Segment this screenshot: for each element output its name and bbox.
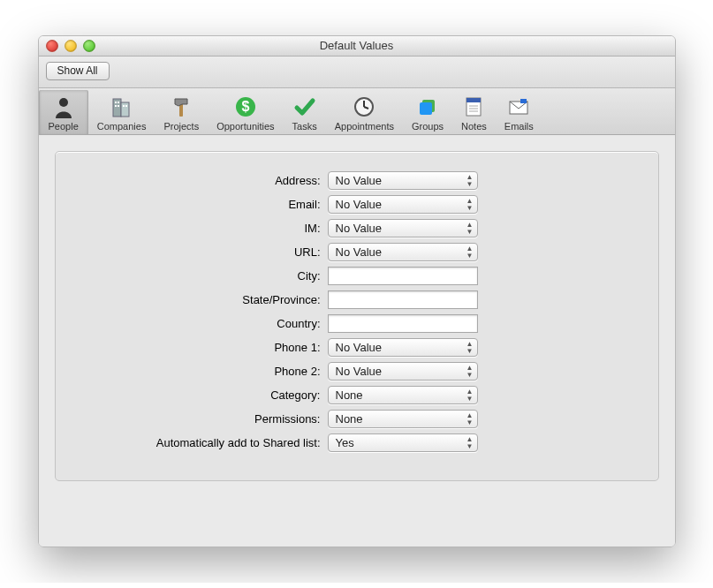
label-phone2: Phone 2:	[91, 365, 328, 378]
row-city: City:	[91, 267, 623, 285]
row-address: Address: No Value ▲▼	[91, 171, 623, 190]
stepper-arrows-icon: ▲▼	[466, 365, 474, 379]
tab-label: Appointments	[335, 121, 394, 132]
tab-label: Companies	[97, 121, 147, 132]
row-category: Category: None ▲▼	[91, 386, 623, 404]
tab-label: Opportunities	[216, 121, 274, 132]
row-phone1: Phone 1: No Value ▲▼	[91, 338, 623, 357]
svg-rect-3	[115, 102, 117, 103]
popup-shared[interactable]: Yes ▲▼	[328, 433, 478, 452]
window-controls	[46, 40, 95, 52]
label-country: Country:	[91, 317, 328, 330]
label-shared: Automatically add to Shared list:	[91, 436, 328, 449]
tab-label: People	[49, 121, 79, 132]
envelope-icon	[504, 94, 534, 120]
building-icon	[97, 94, 147, 120]
stepper-arrows-icon: ▲▼	[466, 412, 474, 426]
show-all-button[interactable]: Show All	[46, 62, 110, 80]
hammer-icon	[163, 94, 199, 120]
svg-rect-7	[123, 105, 125, 107]
popup-value: No Value	[336, 222, 383, 235]
tab-projects[interactable]: Projects	[155, 90, 208, 134]
zoom-window-button[interactable]	[83, 40, 95, 52]
popup-value: No Value	[336, 341, 383, 354]
popup-address[interactable]: No Value ▲▼	[328, 171, 478, 190]
input-city[interactable]	[328, 267, 478, 285]
minimize-window-button[interactable]	[64, 40, 77, 52]
label-permissions: Permissions:	[91, 412, 328, 426]
tab-label: Tasks	[292, 121, 317, 132]
label-address: Address:	[91, 174, 328, 187]
row-shared: Automatically add to Shared list: Yes ▲▼	[91, 433, 623, 452]
svg-rect-2	[121, 102, 129, 117]
popup-phone2[interactable]: No Value ▲▼	[328, 362, 478, 381]
label-state: State/Province:	[91, 293, 328, 306]
content-area: Address: No Value ▲▼ Email: No Value ▲▼ …	[39, 135, 675, 547]
tab-label: Groups	[412, 121, 444, 132]
svg-rect-8	[125, 105, 127, 107]
clock-icon	[335, 94, 394, 120]
tab-label: Projects	[163, 121, 199, 132]
tab-notes[interactable]: Notes	[452, 90, 496, 134]
svg-rect-6	[118, 105, 119, 107]
label-im: IM:	[91, 222, 328, 235]
svg-rect-23	[520, 99, 527, 103]
stepper-arrows-icon: ▲▼	[466, 198, 474, 212]
label-url: URL:	[91, 245, 328, 259]
stepper-arrows-icon: ▲▼	[466, 388, 474, 403]
row-state: State/Province:	[91, 290, 623, 309]
svg-rect-5	[115, 105, 117, 107]
popup-value: Yes	[336, 436, 354, 449]
label-category: Category:	[91, 388, 328, 402]
tab-opportunities[interactable]: $ Opportunities	[208, 90, 283, 134]
popup-value: No Value	[336, 198, 383, 211]
label-city: City:	[91, 269, 328, 283]
svg-rect-1	[113, 99, 121, 117]
popup-value: No Value	[336, 245, 383, 259]
row-permissions: Permissions: None ▲▼	[91, 410, 623, 428]
tab-people[interactable]: People	[39, 90, 88, 134]
input-state[interactable]	[328, 290, 478, 309]
notepad-icon	[461, 94, 487, 120]
row-country: Country:	[91, 314, 623, 333]
svg-rect-4	[118, 102, 119, 103]
stepper-arrows-icon: ▲▼	[466, 436, 474, 450]
popup-im[interactable]: No Value ▲▼	[328, 219, 478, 237]
label-phone1: Phone 1:	[91, 341, 328, 354]
svg-rect-16	[420, 102, 432, 115]
topbar: Show All	[39, 57, 675, 88]
row-email: Email: No Value ▲▼	[91, 195, 623, 214]
preferences-window: Default Values Show All People Companies…	[38, 35, 676, 547]
row-url: URL: No Value ▲▼	[91, 243, 623, 261]
close-window-button[interactable]	[46, 40, 58, 52]
tab-tasks[interactable]: Tasks	[284, 90, 326, 134]
row-im: IM: No Value ▲▼	[91, 219, 623, 237]
stepper-arrows-icon: ▲▼	[466, 174, 474, 188]
popup-value: No Value	[336, 365, 383, 378]
stack-icon	[412, 94, 444, 120]
popup-email[interactable]: No Value ▲▼	[328, 195, 478, 214]
tab-emails[interactable]: Emails	[496, 90, 542, 134]
tab-label: Emails	[504, 121, 534, 132]
popup-phone1[interactable]: No Value ▲▼	[328, 338, 478, 357]
popup-value: None	[336, 388, 363, 402]
dollar-icon: $	[216, 94, 274, 120]
popup-permissions[interactable]: None ▲▼	[328, 410, 478, 428]
svg-rect-18	[466, 98, 481, 102]
stepper-arrows-icon: ▲▼	[466, 341, 474, 355]
svg-text:$: $	[241, 99, 249, 114]
tab-companies[interactable]: Companies	[88, 90, 155, 134]
person-icon	[49, 94, 79, 120]
input-country[interactable]	[328, 314, 478, 333]
svg-point-0	[59, 98, 68, 107]
popup-url[interactable]: No Value ▲▼	[328, 243, 478, 261]
popup-category[interactable]: None ▲▼	[328, 386, 478, 404]
form-panel: Address: No Value ▲▼ Email: No Value ▲▼ …	[55, 151, 659, 481]
row-phone2: Phone 2: No Value ▲▼	[91, 362, 623, 381]
label-email: Email:	[91, 198, 328, 211]
tab-appointments[interactable]: Appointments	[326, 90, 403, 134]
popup-value: None	[336, 412, 363, 426]
titlebar: Default Values	[39, 36, 675, 57]
stepper-arrows-icon: ▲▼	[466, 222, 474, 236]
tab-groups[interactable]: Groups	[403, 90, 452, 134]
